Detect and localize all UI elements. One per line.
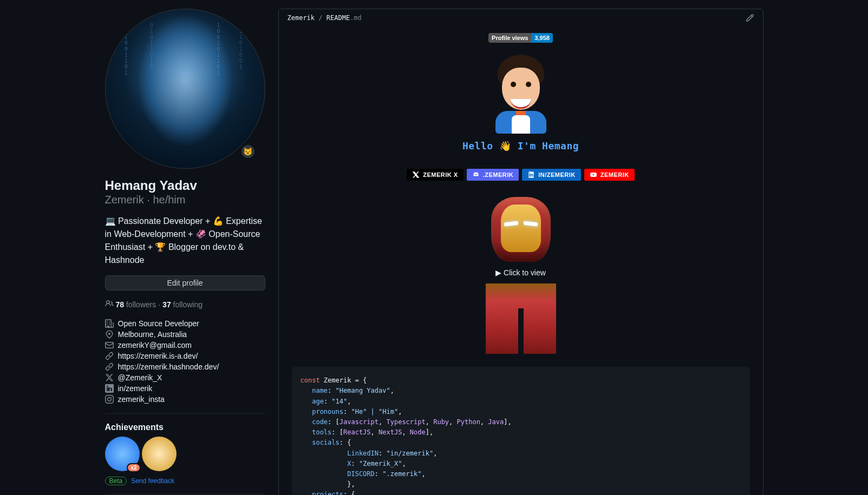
achievement-badge-pull-shark[interactable]: x2 [105, 437, 140, 471]
achievements-heading: Achievements [105, 423, 265, 432]
edit-profile-button[interactable]: Edit profile [105, 275, 265, 291]
followers-link[interactable]: 78 followers [116, 300, 156, 309]
link-icon [105, 362, 114, 371]
profile-bio: 💻 Passionate Developer + 💪 Expertise in … [105, 215, 265, 267]
ironman-figure: ▶ Click to view [486, 197, 556, 354]
website-link-2[interactable]: https://zemerik.hashnode.dev/ [118, 362, 219, 371]
x-twitter-icon [105, 373, 114, 382]
status-badge[interactable]: 😾 [240, 144, 256, 159]
hello-heading: Hello 👋 I'm Hemang [292, 139, 750, 153]
linkedin-link[interactable]: in/zemerik [118, 384, 153, 393]
profile-name: Hemang Yadav [105, 177, 265, 194]
status-emoji: 😾 [243, 147, 252, 156]
social-badge-discord[interactable]: .ZEMERIK [467, 169, 519, 181]
location-icon [105, 330, 114, 339]
achievement-tier-label: x2 [127, 463, 140, 472]
following-link[interactable]: 37 following [162, 300, 203, 309]
company-text: Open Source Developer [118, 319, 199, 328]
linkedin-icon [105, 384, 114, 393]
pencil-icon[interactable] [746, 14, 754, 22]
social-badge-youtube[interactable]: ZEMERIK [584, 169, 635, 181]
twitter-link[interactable]: @Zemerik_X [118, 373, 162, 382]
people-icon [105, 299, 114, 309]
beta-pill: Beta [105, 477, 127, 485]
website-link-1[interactable]: https://zemerik.is-a.dev/ [118, 352, 198, 360]
location-text: Melbourne, Australia [118, 330, 187, 339]
achievement-badge-starstruck[interactable] [142, 437, 177, 471]
instagram-link[interactable]: zemerik_insta [118, 395, 165, 404]
profile-readme: Zemerik / README.md Profile views 3,958 [278, 9, 763, 495]
social-badge-x[interactable]: ZEMERIK X [407, 169, 463, 181]
social-badges-row: ZEMERIK X.ZEMERIKIN/ZEMERIKZEMERIK [292, 169, 750, 181]
email-link[interactable]: zemerikY@gmail.com [118, 341, 192, 349]
send-feedback-link[interactable]: Send feedback [131, 477, 174, 485]
profile-code-block: const Zemerik = { name: "Hemang Yadav", … [292, 367, 750, 495]
organization-icon [105, 319, 114, 328]
profile-avatar[interactable]: 1 0 1 0 0 1 1 0 1 0 1 0 1 1 0 1 0 1 0 0 … [105, 9, 265, 169]
mail-icon [105, 341, 114, 349]
click-to-view[interactable]: ▶ Click to view [486, 268, 556, 277]
social-badge-linkedin[interactable]: IN/ZEMERIK [522, 169, 581, 181]
profile-views-badge: Profile views 3,958 [488, 33, 553, 43]
instagram-icon [105, 395, 114, 404]
link-icon [105, 352, 114, 360]
readme-path[interactable]: Zemerik / README.md [288, 14, 362, 22]
bitmoji-avatar [486, 52, 556, 134]
profile-details: Open Source Developer Melbourne, Austral… [105, 318, 265, 405]
profile-username-pronouns: Zemerik · he/him [105, 194, 265, 206]
